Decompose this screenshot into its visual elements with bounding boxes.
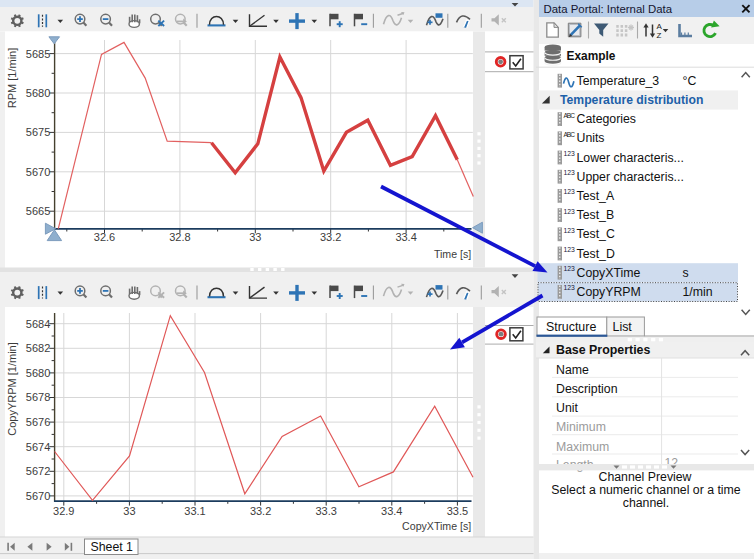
svg-text:123: 123 — [564, 265, 576, 272]
svg-text:5675: 5675 — [26, 126, 50, 138]
svg-text:33.2: 33.2 — [250, 505, 271, 517]
svg-text:CopyXTime [s]: CopyXTime [s] — [402, 520, 471, 532]
svg-text:33.1: 33.1 — [184, 505, 205, 517]
svg-text:Unit: Unit — [556, 401, 578, 415]
svg-text:32.9: 32.9 — [53, 505, 74, 517]
svg-text:32.8: 32.8 — [169, 231, 190, 243]
svg-text:Base Properties: Base Properties — [556, 343, 650, 357]
svg-text:CopyXTime: CopyXTime — [577, 266, 641, 280]
svg-text:5672: 5672 — [26, 465, 50, 477]
svg-text:5682: 5682 — [26, 342, 50, 354]
svg-text:Description: Description — [556, 382, 618, 396]
svg-text:33.4: 33.4 — [381, 505, 402, 517]
svg-text:channel.: channel. — [623, 496, 670, 510]
svg-text:CopyYRPM: CopyYRPM — [577, 285, 641, 299]
svg-text:List: List — [613, 320, 633, 334]
svg-text:5680: 5680 — [26, 87, 50, 99]
svg-text:123: 123 — [564, 246, 576, 253]
svg-text:ABC: ABC — [564, 131, 576, 138]
svg-text:A: A — [657, 22, 663, 31]
svg-text:Test_C: Test_C — [577, 227, 615, 241]
svg-text:Test_A: Test_A — [577, 189, 615, 203]
svg-text:5676: 5676 — [26, 416, 50, 428]
svg-text:Test_D: Test_D — [577, 247, 615, 261]
svg-text:33.4: 33.4 — [395, 231, 416, 243]
svg-text:123: 123 — [564, 169, 576, 176]
svg-text:5670: 5670 — [26, 166, 50, 178]
svg-text:s: s — [683, 266, 689, 280]
svg-text:Structure: Structure — [546, 320, 596, 334]
svg-text:32.6: 32.6 — [94, 231, 115, 243]
svg-text:5670: 5670 — [26, 490, 50, 502]
svg-text:123: 123 — [564, 284, 576, 291]
svg-text:123: 123 — [564, 150, 576, 157]
svg-text:Sheet 1: Sheet 1 — [91, 540, 134, 554]
svg-text:123: 123 — [564, 227, 576, 234]
svg-text:123: 123 — [564, 208, 576, 215]
svg-text:Categories: Categories — [577, 112, 636, 126]
svg-text:33.3: 33.3 — [315, 505, 336, 517]
svg-text:Channel Preview: Channel Preview — [599, 470, 692, 484]
svg-text:5685: 5685 — [26, 48, 50, 60]
svg-text:5674: 5674 — [26, 441, 50, 453]
svg-text:Maximum: Maximum — [556, 440, 609, 454]
svg-text:CopyYRPM [1/min]: CopyYRPM [1/min] — [6, 342, 18, 436]
svg-text:123: 123 — [564, 188, 576, 195]
svg-text:33.2: 33.2 — [320, 231, 341, 243]
svg-text:Data Portal: Internal Data: Data Portal: Internal Data — [544, 3, 673, 15]
svg-text:33.5: 33.5 — [447, 505, 468, 517]
svg-text:Test_B: Test_B — [577, 208, 615, 222]
svg-text:°C: °C — [683, 74, 697, 88]
svg-text:RPM [1/min]: RPM [1/min] — [6, 48, 18, 109]
svg-text:ABC: ABC — [564, 112, 576, 119]
svg-text:Units: Units — [577, 131, 605, 145]
svg-text:Example: Example — [567, 49, 616, 63]
svg-text:Temperature distribution: Temperature distribution — [560, 93, 703, 107]
svg-text:Upper characteris...: Upper characteris... — [577, 170, 684, 184]
svg-text:5680: 5680 — [26, 367, 50, 379]
svg-text:5665: 5665 — [26, 205, 50, 217]
svg-text:Lower characteris...: Lower characteris... — [577, 151, 684, 165]
svg-text:Name: Name — [556, 363, 589, 377]
svg-text:1/min: 1/min — [683, 285, 713, 299]
svg-text:5678: 5678 — [26, 391, 50, 403]
svg-text:Temperature_3: Temperature_3 — [577, 74, 660, 88]
svg-text:Z: Z — [657, 31, 662, 40]
svg-text:33: 33 — [249, 231, 261, 243]
svg-text:Select a numeric channel or a: Select a numeric channel or a time — [551, 483, 740, 497]
svg-text:Time [s]: Time [s] — [434, 248, 471, 260]
svg-text:33: 33 — [123, 505, 135, 517]
svg-text:5684: 5684 — [26, 318, 50, 330]
svg-text:Minimum: Minimum — [556, 420, 606, 434]
